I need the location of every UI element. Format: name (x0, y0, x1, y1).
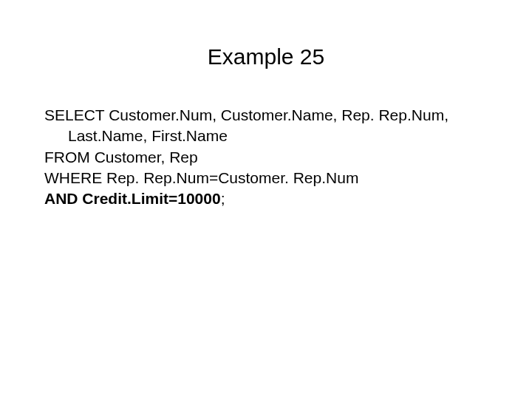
keyword-from: FROM (44, 149, 90, 166)
sql-line-5: AND Credit.Limit=10000; (44, 188, 488, 209)
keyword-select: SELECT (44, 106, 104, 123)
sql-line-4-rest: Rep. Rep.Num=Customer. Rep.Num (102, 169, 358, 186)
sql-line-2: Last.Name, First.Name (68, 126, 488, 146)
sql-line-1-rest: Customer.Num, Customer.Name, Rep. Rep.Nu… (104, 106, 449, 123)
keyword-and-clause: AND Credit.Limit=10000 (44, 190, 221, 207)
sql-block: SELECT Customer.Num, Customer.Name, Rep.… (44, 105, 488, 210)
sql-line-5-rest: ; (221, 190, 225, 207)
sql-line-4: WHERE Rep. Rep.Num=Customer. Rep.Num (44, 168, 488, 188)
sql-line-3: FROM Customer, Rep (44, 147, 488, 168)
slide-title: Example 25 (44, 44, 488, 69)
keyword-where: WHERE (44, 169, 102, 186)
slide: Example 25 SELECT Customer.Num, Customer… (0, 0, 532, 399)
sql-line-1: SELECT Customer.Num, Customer.Name, Rep.… (44, 105, 488, 126)
sql-line-3-rest: Customer, Rep (90, 149, 198, 166)
